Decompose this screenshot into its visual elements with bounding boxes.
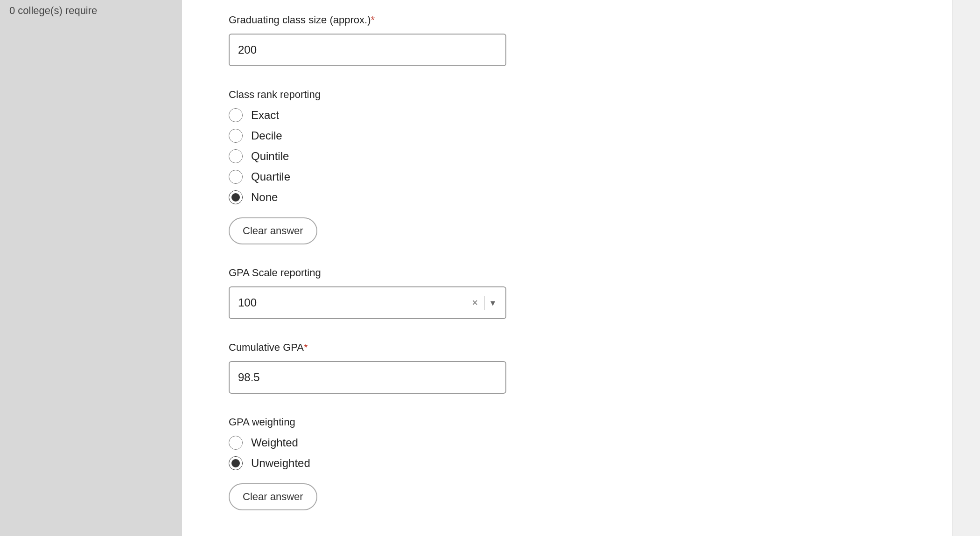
gpa-scale-arrow-icon[interactable]: ▾ [487,295,499,310]
left-sidebar: 0 college(s) require [0,0,182,536]
radio-quintile[interactable] [229,149,243,163]
graduating-class-size-section: Graduating class size (approx.)* [229,14,905,66]
gpa-weighting-section: GPA weighting Weighted Unweighted Clear … [229,416,905,510]
radio-label-unweighted: Unweighted [251,457,310,470]
radio-label-exact: Exact [251,109,279,122]
radio-label-none: None [251,191,278,204]
class-rank-reporting-label: Class rank reporting [229,89,905,101]
radio-item-unweighted[interactable]: Unweighted [229,456,905,470]
gpa-weighting-clear-button[interactable]: Clear answer [229,483,317,510]
select-divider [484,296,485,310]
radio-decile[interactable] [229,129,243,143]
radio-weighted[interactable] [229,436,243,450]
radio-item-decile[interactable]: Decile [229,129,905,143]
cumulative-gpa-input[interactable] [229,361,506,394]
radio-label-decile: Decile [251,129,282,142]
gpa-weighting-radio-group: Weighted Unweighted [229,436,905,470]
radio-quartile[interactable] [229,170,243,184]
gpa-scale-select-wrapper[interactable]: 100 × ▾ [229,286,506,319]
sidebar-text: 0 college(s) require [9,5,97,16]
radio-exact[interactable] [229,108,243,122]
gpa-scale-reporting-label: GPA Scale reporting [229,267,905,279]
radio-none[interactable] [229,190,243,204]
class-rank-reporting-section: Class rank reporting Exact Decile Quinti… [229,89,905,244]
radio-item-quartile[interactable]: Quartile [229,170,905,184]
gpa-weighting-label: GPA weighting [229,416,905,428]
radio-item-none[interactable]: None [229,190,905,204]
gpa-scale-clear-icon[interactable]: × [467,295,483,311]
cumulative-gpa-section: Cumulative GPA* [229,341,905,394]
class-rank-clear-button[interactable]: Clear answer [229,217,317,244]
radio-unweighted[interactable] [229,456,243,470]
cumulative-gpa-required-star: * [304,341,308,353]
radio-item-weighted[interactable]: Weighted [229,436,905,450]
radio-label-weighted: Weighted [251,436,298,449]
radio-item-exact[interactable]: Exact [229,108,905,122]
graduating-class-size-label: Graduating class size (approx.)* [229,14,905,26]
gpa-scale-reporting-section: GPA Scale reporting 100 × ▾ [229,267,905,319]
graduating-class-size-input[interactable] [229,34,506,66]
radio-label-quintile: Quintile [251,150,289,163]
main-content: Graduating class size (approx.)* Class r… [182,0,952,536]
gpa-scale-select-value: 100 [238,296,467,309]
cumulative-gpa-label: Cumulative GPA* [229,341,905,354]
radio-item-quintile[interactable]: Quintile [229,149,905,163]
class-rank-radio-group: Exact Decile Quintile Quartile None [229,108,905,204]
required-star: * [371,14,375,26]
right-sidebar [952,0,980,536]
radio-label-quartile: Quartile [251,170,290,183]
